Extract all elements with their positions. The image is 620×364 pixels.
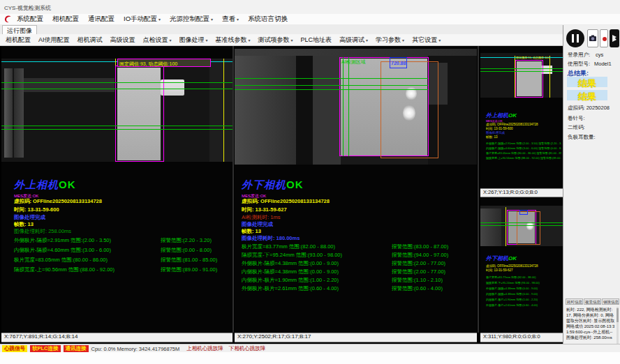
record-button[interactable] bbox=[600, 29, 608, 47]
overlay-line bbox=[1, 89, 232, 89]
log-tab-rivet[interactable]: 铆接信息 bbox=[602, 298, 619, 305]
frame-count-text: 帧数: 13 bbox=[242, 228, 261, 235]
toolbar-baseline-params[interactable]: 基准线参数▾ bbox=[216, 36, 251, 45]
measurement-value: 隔膜宽度-下=95.24mm 范围:(93.00 - 98.00) bbox=[242, 252, 342, 258]
virtual-code-text: 虚拟码: OFFline20250208133134728 bbox=[242, 198, 330, 205]
thumb-camera-title: 外上相机OK bbox=[486, 112, 517, 119]
toolbar-spot-check-settings[interactable]: 点检设置▾ bbox=[143, 36, 172, 45]
camera-icon bbox=[589, 34, 597, 43]
toolbar-advanced-debug[interactable]: 高级调试▾ bbox=[339, 36, 368, 45]
result-text: 结果 bbox=[578, 78, 596, 89]
toolbar-learning-params[interactable]: 学习参数▾ bbox=[376, 36, 404, 45]
measurement-value: 内侧极片-隔膜=4.60mm 范围:(3.00 - 6.00) bbox=[14, 247, 111, 253]
middle-camera-title: 外下相机OK bbox=[242, 179, 304, 192]
measurement-value: 内侧极片-极片=1.90mm 范围:(1.00 - 2.20) bbox=[242, 277, 339, 283]
toolbar-test-item-params[interactable]: 测试项参数▾ bbox=[258, 36, 293, 45]
measurement-value: 内侧极片-隔膜=4.60mm 范围:(3.00 - 6.00) bbox=[486, 146, 538, 150]
title-bar: CYS-视觉检测系统 bbox=[0, 0, 620, 15]
measurement-value: 外侧极片-隔膜=4.38mm 范围:(0.00 - 9.00) bbox=[486, 287, 538, 290]
toolbar-label: 相机配置 bbox=[6, 36, 31, 45]
alarm-range: 报警范围:(81.00 - 85.00) bbox=[537, 151, 561, 155]
camera-name: 外上相机 bbox=[14, 179, 59, 190]
time-text: 时间: 13-31-59-600 bbox=[486, 127, 513, 130]
alarm-range: 报警范围:(2.20 - 3.20) bbox=[161, 237, 212, 244]
toolbar-label: 基准线参数 bbox=[216, 36, 247, 45]
measurement-value: 外侧极片-隔膜=2.91mm 范围:(2.00 - 3.50) bbox=[14, 237, 111, 243]
menu-item-comm-config[interactable]: 通讯配置 bbox=[88, 15, 115, 24]
menu-item-light-control-config[interactable]: 光源控制配置▾ bbox=[170, 15, 213, 24]
overlay-line bbox=[1, 129, 232, 130]
measurement-value: 外侧极片-隔膜=2.91mm 范围:(2.00 - 3.50) bbox=[486, 142, 538, 145]
app-logo-icon bbox=[3, 15, 13, 24]
pause-icon bbox=[577, 34, 579, 43]
alarm-range: 报警范围:(2.20 - 3.20) bbox=[538, 142, 561, 145]
thumb-bottom-panel: 外下相机OK 虚拟码: OFFline20250208133134728 时间:… bbox=[480, 197, 563, 342]
overlay bbox=[480, 208, 501, 246]
menu-label: 查看 bbox=[222, 15, 235, 24]
virtual-code-text: 虚拟码: OFFline20250208133134728 bbox=[14, 198, 102, 205]
log-tab-timing[interactable]: 耗时信息 bbox=[566, 298, 583, 305]
result-ok-text: OK bbox=[508, 255, 517, 261]
tool-button[interactable] bbox=[610, 29, 619, 47]
time-text: 时间: 13-31-59-600 bbox=[14, 206, 59, 213]
toolbar-advanced-settings[interactable]: 高级设置 bbox=[110, 36, 135, 45]
result-indicator-bottom: 结果 bbox=[567, 90, 607, 100]
log-tab-vision[interactable]: 视觉信息 bbox=[584, 298, 601, 305]
roi-rect bbox=[115, 66, 164, 162]
overlay bbox=[296, 56, 313, 165]
thumb-bottom-image[interactable] bbox=[480, 206, 563, 246]
bottom-strip bbox=[0, 352, 620, 364]
measurement-row: 极片宽度=83.77mm 范围:(82.00 - 88.00) bbox=[486, 275, 561, 279]
ai-region-label: AI检测区域 bbox=[341, 59, 366, 66]
measurement-row: 隔膜宽度-下=95.24mm 范围:(93.00 - 98.00)报警范围:(9… bbox=[242, 252, 472, 259]
menu-item-io-config[interactable]: IO手动配置▾ bbox=[124, 15, 161, 24]
measurement-value: 隔膜宽度-下=95.24mm 范围:(93.00 - 98.00) bbox=[486, 281, 540, 285]
thumb-top-image[interactable]: 固定阈值:93, 动态阈值:100 bbox=[480, 53, 563, 98]
measurement-row: 外侧极片-隔膜=4.38mm 范围:(0.00 - 9.00)报警范围:(2.0… bbox=[242, 260, 472, 267]
measurement-row: 外侧极片-隔膜=2.91mm 范围:(2.00 - 3.50)报警范围:(2.2… bbox=[14, 237, 230, 244]
tab-run-image[interactable]: 运行图像 bbox=[2, 25, 37, 35]
menu-item-system-config[interactable]: 系统配置 bbox=[17, 15, 43, 24]
right-sidebar: 登录用户: cys 使用型号: Model1 总结果: 结果 结果 虚拟码: 2… bbox=[563, 25, 620, 352]
toolbar-label: 测试项参数 bbox=[258, 36, 290, 45]
alarm-range: 报警范围:(2.00 - 77.00) bbox=[392, 268, 445, 275]
measurement-row: 内侧极片-隔膜=4.60mm 范围:(3.00 - 6.00)报警范围:(0.0… bbox=[14, 247, 230, 254]
scrollbar-thumb[interactable] bbox=[617, 308, 619, 322]
pin-number-label: 卷针号: bbox=[568, 115, 585, 122]
process-done-text: 图像处理完成 bbox=[14, 214, 45, 221]
menu-item-camera-config[interactable]: 相机配置 bbox=[52, 15, 79, 24]
overlay-line bbox=[1, 82, 232, 83]
middle-camera-image[interactable]: 720.88 AI检测区域 bbox=[235, 49, 477, 165]
left-camera-title: 外上相机OK bbox=[14, 179, 76, 192]
measurement-value: 外侧极片-极片=2.61mm 范围:(0.60 - 4.00) bbox=[242, 285, 339, 291]
chevron-down-icon: ▾ bbox=[211, 17, 213, 22]
measurement-row: 内侧极片-隔膜=4.38mm 范围:(0.00 - 9.00)报警范围:(2.0… bbox=[242, 268, 472, 275]
camera-button[interactable] bbox=[587, 29, 598, 47]
left-camera-image[interactable]: 固定阈值:93, 动态阈值:100 bbox=[1, 59, 232, 162]
overlay-line bbox=[235, 85, 428, 86]
menu-item-view[interactable]: 查看▾ bbox=[222, 15, 239, 24]
chevron-down-icon: ▾ bbox=[237, 17, 239, 22]
toolbar-other-settings[interactable]: 其它设置▾ bbox=[412, 36, 441, 45]
toolbar-label: 相机调试 bbox=[78, 36, 103, 45]
toolbar-label: 高级设置 bbox=[110, 36, 135, 45]
thumb-bottom-status-bar: X:311;Y:980;R:0;G:0;B:0 bbox=[480, 333, 563, 342]
pause-button[interactable] bbox=[566, 29, 584, 47]
toolbar-ai-usage-config[interactable]: AI使用配置 bbox=[38, 36, 70, 45]
measurement-value: 隔膜宽度-上=90.56mm 范围:(88.00 - 92.00) bbox=[486, 156, 540, 160]
toolbar-camera-config[interactable]: 相机配置 bbox=[6, 36, 31, 45]
login-user-label: 登录用户: bbox=[568, 52, 590, 59]
toolbar-image-processing[interactable]: 图像处理▾ bbox=[179, 36, 208, 45]
toolbar-camera-debug[interactable]: 相机调试 bbox=[78, 36, 103, 45]
virtual-code-text: 虚拟码: OFFline20250208133134728 bbox=[486, 123, 538, 126]
log-scrollbar[interactable] bbox=[617, 307, 619, 347]
measurement-row: 外侧极片-隔膜=4.38mm 范围:(0.00 - 9.00) bbox=[486, 287, 561, 290]
toolbar-plc-address-table[interactable]: PLC地址表 bbox=[301, 36, 332, 45]
menu-item-language-switch[interactable]: 系统语言切换 bbox=[248, 15, 288, 24]
overlay-line bbox=[480, 71, 563, 72]
alarm-range: 报警范围:(89.00 - 91.00) bbox=[540, 156, 561, 160]
overlay-line bbox=[235, 89, 428, 90]
chevron-down-icon: ▾ bbox=[438, 38, 441, 43]
virtual-code-line: 虚拟码: 20250208 bbox=[568, 105, 610, 112]
toolbar: 相机配置 AI使用配置 相机调试 高级设置 点检设置▾ 图像处理▾ 基准线参数▾… bbox=[0, 34, 563, 46]
